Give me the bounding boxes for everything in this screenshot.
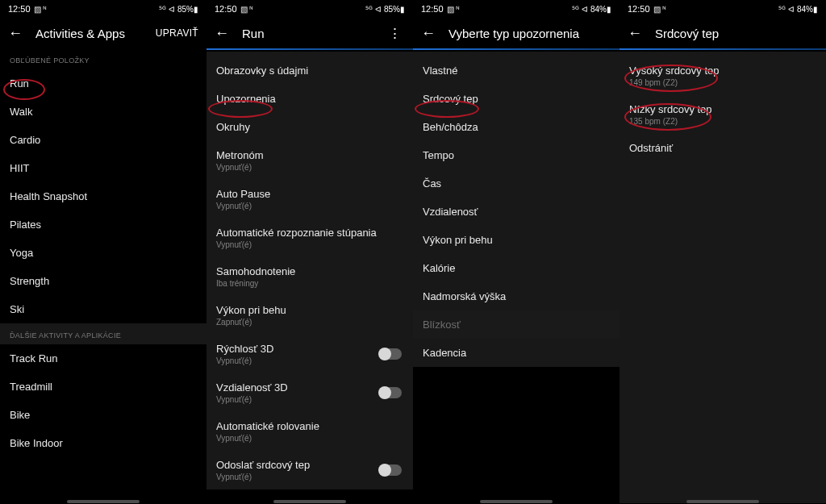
back-icon[interactable]: ← [215,25,229,42]
list-item[interactable]: Kalórie [413,254,620,282]
item-label: Metronóm [216,149,403,161]
item-sublabel: 135 bpm (Z2) [629,117,816,126]
toggle-switch[interactable] [379,348,402,360]
header-title: Srdcový tep [655,27,818,40]
status-battery: ⁵ᴳ ᐊ 85%▮ [159,5,198,14]
list-item[interactable]: Strength [0,267,206,295]
item-label: Odoslať srdcový tep [216,459,403,471]
list-item[interactable]: MetronómVypnuť(é) [206,141,413,180]
list-item[interactable]: Vzdialenosť [413,198,620,226]
nav-indicator [686,500,759,503]
list-item[interactable]: Health Snapshot [0,182,206,210]
list-item[interactable]: Vlastné [413,56,620,85]
toggle-switch[interactable] [379,387,402,398]
section-favorites: OBĽÚBENÉ POLOŽKY [0,48,206,69]
toggle-switch[interactable] [379,464,402,476]
list-item[interactable]: SamohodnotenieIba tréningy [206,257,413,296]
list-item[interactable]: Výkon pri behu [413,226,620,254]
panel-heart-rate: 12:50▧ ᴺ ⁵ᴳ ᐊ 84%▮ ← Srdcový tep Vysoký … [620,0,826,504]
item-label: Vlastné [423,65,610,77]
panel-run: 12:50▧ ᴺ ⁵ᴳ ᐊ 85%▮ ← Run ⋮ Obrazovky s ú… [206,0,413,504]
item-label: Srdcový tep [423,93,610,105]
item-label: Výkon pri behu [423,234,610,246]
list-item[interactable]: Čas [413,169,620,198]
item-label: Vzdialenosť [423,206,610,218]
item-label: Nadmorská výška [423,290,610,302]
item-sublabel: Vypnuť(é) [216,202,403,210]
status-time: 12:50 [421,4,444,14]
header: ← Vyberte typ upozornenia [413,18,620,48]
item-label: Výkon pri behu [216,304,403,316]
item-sublabel: Iba tréningy [216,279,403,288]
list-item[interactable]: Nízky srdcový tep135 bpm (Z2) [620,95,826,134]
list-item[interactable]: Automatické rozpoznanie stúpaniaVypnuť(é… [206,219,413,257]
list-item[interactable]: Track Run [0,344,206,373]
header: ← Srdcový tep [620,18,826,48]
edit-button[interactable]: UPRAVIŤ [156,27,198,39]
item-sublabel: Vypnuť(é) [216,473,403,481]
list-item[interactable]: Vysoký srdcový tep149 bpm (Z2) [620,56,826,95]
back-icon[interactable]: ← [628,25,642,42]
list-item[interactable]: Bike [0,401,206,429]
list-item[interactable]: Vzdialenosť 3DVypnuť(é) [206,373,413,412]
list-item[interactable]: Beh/chôdza [413,113,620,141]
item-label: Tempo [423,149,610,161]
list-item[interactable]: Ski [0,295,206,323]
item-label: Rýchlosť 3D [216,343,403,355]
header: ← Run ⋮ [206,18,413,48]
header-divider [413,48,620,50]
list-item[interactable]: Treadmill [0,373,206,401]
list-item[interactable]: Run [0,69,206,98]
status-battery: ⁵ᴳ ᐊ 84%▮ [572,5,611,14]
status-bar: 12:50▧ ᴺ ⁵ᴳ ᐊ 85%▮ [206,0,413,18]
list-item[interactable]: Yoga [0,239,206,267]
list-item[interactable]: Cardio [0,126,206,154]
list-item[interactable]: Odstrániť [620,134,826,162]
list-item[interactable]: Odoslať srdcový tepVypnuť(é) [206,451,413,489]
list-item[interactable]: HIIT [0,154,206,182]
item-label: Automatické rozpoznanie stúpania [216,227,403,239]
list-item[interactable]: Rýchlosť 3DVypnuť(é) [206,335,413,373]
status-bar: 12:50▧ ᴺ ⁵ᴳ ᐊ 84%▮ [413,0,620,18]
item-label: Kadencia [423,347,610,359]
list-item[interactable]: Pilates [0,210,206,239]
item-label: Beh/chôdza [423,121,610,133]
header-title: Vyberte typ upozornenia [448,27,611,40]
hr-settings-list: Vysoký srdcový tep149 bpm (Z2)Nízky srdc… [620,52,826,503]
list-item[interactable]: Srdcový tep [413,85,620,113]
more-list: Track RunTreadmillBikeBike Indoor [0,344,206,457]
item-label: Kalórie [423,262,610,274]
item-label: Obrazovky s údajmi [216,65,403,77]
list-item[interactable]: Kadencia [413,339,620,367]
status-bar: 12:50▧ ᴺ ⁵ᴳ ᐊ 84%▮ [620,0,826,18]
item-label: Auto Pause [216,188,403,200]
status-battery: ⁵ᴳ ᐊ 85%▮ [365,5,405,14]
nav-indicator [273,500,346,503]
list-item[interactable]: Auto PauseVypnuť(é) [206,180,413,219]
list-item[interactable]: Okruhy [206,113,413,141]
status-icons: ▧ ᴺ [447,5,461,14]
section-more: ĎALŠIE AKTIVITY A APLIKÁCIE [0,323,206,344]
list-item[interactable]: Bike Indoor [0,429,206,457]
list-item[interactable]: Automatické rolovanieVypnuť(é) [206,412,413,451]
list-item[interactable]: Tempo [413,141,620,169]
run-settings-list: Obrazovky s údajmiUpozorneniaOkruhyMetro… [206,52,413,489]
item-label: Vzdialenosť 3D [216,381,403,394]
list-item[interactable]: Výkon pri behuZapnuť(é) [206,296,413,335]
back-icon[interactable]: ← [421,25,436,42]
status-time: 12:50 [215,4,237,14]
list-item[interactable]: Obrazovky s údajmi [206,56,413,85]
list-item[interactable]: Walk [0,98,206,126]
status-time: 12:50 [628,4,650,14]
item-label: Okruhy [216,121,403,133]
back-icon[interactable]: ← [8,25,23,42]
item-label: Blízkosť [423,319,610,331]
nav-indicator [480,500,553,503]
list-item[interactable]: Upozornenia [206,85,413,113]
menu-icon[interactable]: ⋮ [385,25,405,42]
item-label: Automatické rolovanie [216,420,403,432]
item-label: Samohodnotenie [216,265,403,277]
list-item[interactable]: Nadmorská výška [413,282,620,310]
item-sublabel: Vypnuť(é) [216,163,403,172]
list-item: Blízkosť [413,310,620,339]
